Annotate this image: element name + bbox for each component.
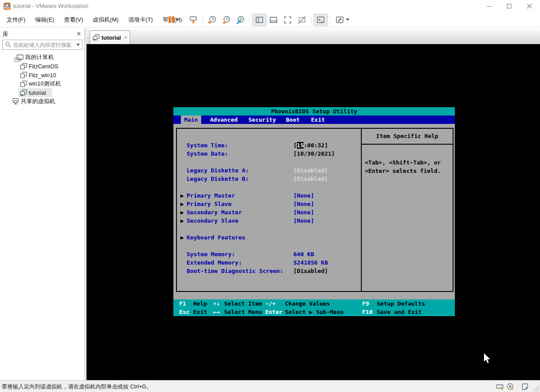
bios-screen: PhoenixBIOS Setup Utility Main Advanced …: [173, 107, 455, 316]
help-line: <Enter> selects field.: [365, 167, 453, 175]
vmware-logo-icon: [4, 3, 11, 10]
vm-running-icon: [19, 89, 27, 97]
show-library-button[interactable]: [252, 14, 266, 26]
snapshot-manager-button[interactable]: [233, 14, 248, 26]
bios-tab-boot[interactable]: Boot: [286, 116, 300, 124]
bios-title: PhoenixBIOS Setup Utility: [173, 107, 455, 116]
revert-snapshot-icon: [221, 15, 231, 25]
library-close-icon[interactable]: ✕: [76, 30, 81, 38]
edit-cursor: 15: [297, 142, 304, 149]
menu-toolbar-row: 文件(F) 编辑(E) 查看(V) 虚拟机(M) 选项卡(T) 帮助(H): [0, 12, 540, 27]
vm-tree: 我的计算机 FitzCentOS Fitz_win10: [0, 53, 85, 106]
field-value: [10/30/2021]: [293, 149, 335, 158]
search-dropdown-icon[interactable]: [76, 44, 80, 46]
key-updown-desc: Select Item: [224, 299, 262, 308]
menu-vm[interactable]: 虚拟机(M): [88, 12, 124, 27]
hard-disk-status-icon[interactable]: [495, 381, 505, 392]
minimize-icon: [487, 6, 491, 7]
menu-edit[interactable]: 编辑(E): [30, 12, 59, 27]
mouse-cursor: [484, 353, 491, 365]
message-log-icon[interactable]: [520, 381, 530, 392]
field-label: Keyboard Features: [187, 233, 245, 242]
chevron-down-icon: [176, 19, 179, 21]
console-button[interactable]: [314, 14, 328, 26]
menu-tabs[interactable]: 选项卡(T): [124, 12, 158, 27]
toolbar-separator: [202, 15, 203, 25]
bios-row-keyboard-features[interactable]: ▶ Keyboard Features: [177, 233, 361, 242]
search-input[interactable]: [13, 42, 75, 48]
bios-row-primary-master[interactable]: ▶ Primary Master [None]: [177, 191, 361, 200]
field-value: [None]: [293, 200, 314, 208]
bios-row-extended-memory[interactable]: Extended Memory: 5241856 KB: [177, 258, 361, 267]
take-snapshot-icon: [207, 15, 217, 25]
field-label: System Time:: [187, 141, 228, 149]
menu-file[interactable]: 文件(F): [2, 12, 30, 27]
tab-close-icon[interactable]: ✕: [124, 35, 128, 41]
tab-tutorial[interactable]: tutorial ✕: [90, 30, 130, 44]
close-button[interactable]: [520, 0, 539, 12]
key-updown: ↑↓: [213, 299, 220, 308]
send-ctrl-alt-del-icon: [188, 15, 198, 25]
key-f10: F10: [362, 308, 372, 316]
send-ctrl-alt-del-button[interactable]: [186, 14, 200, 26]
show-thumbnail-bar-button[interactable]: [266, 14, 281, 26]
key-esc: Esc: [179, 308, 189, 316]
menu-view[interactable]: 查看(V): [59, 12, 88, 27]
tree-item-shared-vms[interactable]: 共享的虚拟机: [0, 97, 85, 106]
maximize-icon: [507, 4, 511, 8]
tree-item-win10-test[interactable]: win10测试机: [0, 79, 85, 88]
cdrom-status-icon[interactable]: [505, 381, 516, 392]
revert-snapshot-button[interactable]: [219, 14, 233, 26]
minimize-button[interactable]: [479, 0, 499, 12]
bios-tab-advanced[interactable]: Advanced: [210, 116, 238, 124]
tab-label: tutorial: [101, 34, 121, 41]
stretch-guest-icon: [335, 15, 345, 25]
unity-mode-button[interactable]: [295, 14, 309, 26]
toolbar-separator: [250, 15, 250, 25]
bios-row-system-memory[interactable]: System Memory: 640 KB: [177, 250, 361, 258]
key-enter: Enter: [265, 308, 282, 316]
submenu-arrow-icon: ▶: [180, 200, 184, 208]
bios-row-secondary-master[interactable]: ▶ Secondary Master [None]: [177, 208, 361, 217]
bios-row-primary-slave[interactable]: ▶ Primary Slave [None]: [177, 200, 361, 208]
field-value: 640 KB: [293, 250, 314, 258]
submenu-arrow-icon: ▶: [180, 217, 184, 225]
bios-tab-main[interactable]: Main: [181, 116, 201, 124]
field-value: [15:00:32]: [293, 141, 328, 149]
field-value: [Disabled]: [293, 267, 328, 275]
field-label: Primary Slave: [187, 200, 232, 208]
bios-row-system-time[interactable]: System Time: [15:00:32]: [177, 141, 361, 149]
bios-help-panel: Item Specific Help <Tab>, <Shift-Tab>, o…: [362, 128, 454, 292]
bios-row-secondary-slave[interactable]: ▶ Secondary Slave [None]: [177, 217, 361, 225]
bios-row-boot-diagnostic[interactable]: Boot-time Diagnostic Screen: [Disabled]: [177, 267, 361, 275]
bios-row-system-date[interactable]: System Date: [10/30/2021]: [177, 149, 361, 158]
field-label: System Date:: [187, 149, 228, 158]
fullscreen-button[interactable]: [281, 14, 295, 26]
field-label: Secondary Master: [187, 208, 242, 217]
vm-icon: [19, 80, 27, 88]
tree-item-my-computer[interactable]: 我的计算机: [0, 53, 85, 62]
stretch-guest-button[interactable]: [333, 14, 352, 26]
take-snapshot-button[interactable]: [205, 14, 219, 26]
library-search-box: [2, 40, 82, 50]
tree-item-fitz-win10[interactable]: Fitz_win10: [0, 71, 85, 79]
library-panel-icon: [255, 15, 264, 25]
maximize-button[interactable]: [499, 0, 519, 12]
bios-tab-security[interactable]: Security: [248, 116, 276, 124]
vm-running-icon: [93, 34, 100, 41]
vm-screen[interactable]: PhoenixBIOS Setup Utility Main Advanced …: [86, 44, 540, 380]
field-value: [None]: [293, 208, 314, 217]
field-value: [Disabled]: [293, 175, 328, 183]
field-value: 5241856 KB: [293, 258, 328, 267]
tree-item-fitzcentos[interactable]: FitzCentOS: [0, 62, 85, 71]
status-bar: 要将输入定向到该虚拟机，请在虚拟机内部单击或按 Ctrl+G。: [0, 380, 540, 392]
resize-grip[interactable]: [533, 385, 540, 392]
tree-item-label: 我的计算机: [25, 53, 54, 61]
bios-row-diskette-b[interactable]: Legacy Diskette B: [Disabled]: [177, 175, 361, 183]
field-label: Secondary Slave: [187, 217, 238, 225]
bios-row-diskette-a[interactable]: Legacy Diskette A: [Disabled]: [177, 166, 361, 175]
tree-item-tutorial[interactable]: tutorial: [0, 88, 85, 97]
pause-button[interactable]: [166, 14, 181, 26]
bios-tab-exit[interactable]: Exit: [311, 116, 325, 124]
key-f9-desc: Setup Defaults: [377, 299, 425, 308]
